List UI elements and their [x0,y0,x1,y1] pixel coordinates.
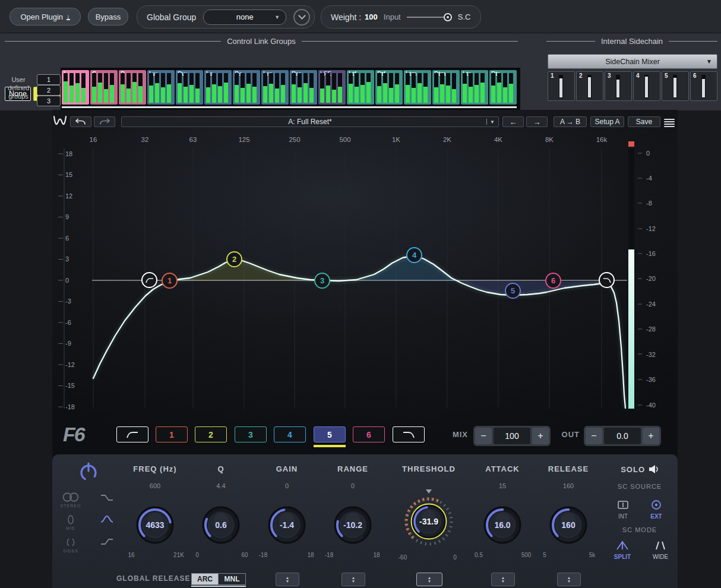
attack-value[interactable]: 16.0 [479,520,526,530]
gain-min: -18 [253,552,273,558]
sidechain-meter-3[interactable]: 3 [605,71,632,101]
weight-value[interactable]: 100 [365,12,378,21]
setup-a-button[interactable]: Setup A [590,116,624,127]
sidechain-meter-1[interactable]: 1 [548,71,575,101]
band-6-node[interactable]: 6 [545,273,561,289]
channel-Ls[interactable]: Ls [204,70,232,105]
hpf-node[interactable] [141,272,157,288]
sc-source-ext-icon-selected[interactable] [650,499,663,511]
out-plus-button[interactable]: + [643,428,659,444]
ext-label[interactable]: EXT [649,513,664,520]
group-expand-button[interactable] [293,9,310,26]
lpf-node[interactable] [599,272,615,288]
band-1-button[interactable]: 1 [156,426,188,442]
input-label: Input [384,12,401,21]
band-2-node[interactable]: 2 [226,251,242,267]
global-group-dropdown[interactable]: none ▼ [203,10,286,25]
slider-thumb[interactable] [444,13,452,21]
stereo-icon[interactable] [61,492,81,502]
gain-value[interactable]: -1.4 [263,520,311,530]
channel-Rrs[interactable]: Rrs [290,70,317,105]
channel-Lrs[interactable]: Lrs [261,70,289,105]
band-5-node[interactable]: 5 [505,283,521,299]
band-5-button-selected[interactable]: 5 [314,426,346,442]
band-2-button[interactable]: 2 [195,426,227,442]
channel-Rtr[interactable]: Rtr [489,70,517,105]
channel-Ltm[interactable]: Ltm [404,70,431,105]
release-stepper[interactable]: ▲▼ [557,573,581,586]
open-plugin-button[interactable]: Open Plugin ↓ [10,8,81,26]
channel-R[interactable]: R [119,70,146,105]
band-5-selected-underline [314,445,346,447]
out-value[interactable]: 0.0 [604,428,641,444]
user-group-2-button[interactable]: 2 [37,85,61,96]
user-group-3-button[interactable]: 3 [37,96,61,106]
mix-value[interactable]: 100 [494,428,530,444]
db-label: 6 [65,235,82,242]
sidechain-meter-2[interactable]: 2 [576,71,603,101]
band-4-node[interactable]: 4 [406,247,422,263]
bell-filter-type-icon-selected[interactable] [100,514,114,524]
undo-button[interactable] [70,116,91,127]
bypass-button[interactable]: Bypass [88,8,128,26]
attack-stepper[interactable]: ▲▼ [491,573,515,586]
power-button[interactable] [78,461,99,483]
mnl-button[interactable]: MNL [219,573,246,585]
next-preset-button[interactable]: → [526,116,548,127]
channel-C[interactable]: C [90,70,118,105]
channel-Ltr[interactable]: Ltr [461,70,488,105]
mid-icon[interactable] [64,514,78,525]
sc-mode-wide-icon[interactable] [653,539,668,551]
menu-button[interactable] [664,118,675,128]
lpf-button[interactable] [393,426,425,442]
range-value[interactable]: -10.2 [329,520,377,530]
channel-LFE[interactable]: LFE [318,70,346,105]
solo-speaker-icon[interactable] [649,464,660,474]
wide-label[interactable]: WIDE [649,554,672,560]
db-label: -9 [65,340,82,347]
split-label[interactable]: SPLIT [611,554,634,560]
band-6-button[interactable]: 6 [353,426,385,442]
channel-Rw[interactable]: Rw [176,70,203,105]
gain-stepper[interactable]: ▲▼ [276,573,299,586]
preset-bar[interactable]: A: Full Reset* ▼ [121,116,499,127]
sidechain-meter-4[interactable]: 4 [633,71,660,101]
user-group-1-button[interactable]: 1 [37,74,61,85]
band-3-node[interactable]: 3 [314,273,330,289]
sidechain-meter-6[interactable]: 6 [690,71,717,101]
redo-button[interactable] [94,116,115,127]
channel-Rs[interactable]: Rs [233,70,260,105]
shelf-filter-type-icon-2[interactable] [100,537,114,546]
ab-compare-button[interactable]: A → B [554,116,587,127]
weight-slider[interactable] [407,17,450,18]
mix-minus-button[interactable]: − [475,428,492,444]
int-label[interactable]: INT [615,513,631,520]
freq-value[interactable]: 4633 [131,520,179,530]
sc-mode-split-icon-selected[interactable] [615,539,630,551]
band-1-node[interactable]: 1 [162,273,178,289]
threshold-stepper[interactable]: ▲▼ [416,573,442,586]
save-button[interactable]: Save [628,116,660,127]
band-4-button[interactable]: 4 [274,426,306,442]
arc-button-selected[interactable]: ARC [191,573,219,585]
preset-name: A: Full Reset* [288,118,331,126]
sc-source-int-icon[interactable] [616,499,630,511]
threshold-value[interactable]: -31.9 [405,517,453,526]
q-value[interactable]: 0.6 [197,520,245,530]
channel-Rtm[interactable]: Rtm [432,70,460,105]
preset-dropdown-arrow-icon[interactable]: ▼ [490,119,495,125]
sidechain-meter-5[interactable]: 5 [662,71,689,101]
band-3-button[interactable]: 3 [235,426,267,442]
channel-Ltf[interactable]: Ltf [347,70,374,105]
release-value[interactable]: 160 [545,520,592,530]
shelf-filter-type-icon[interactable] [100,493,114,502]
channel-Rtf[interactable]: Rtf [375,70,403,105]
prev-preset-button[interactable]: ← [502,116,524,127]
channel-L[interactable]: L [62,70,89,105]
hpf-button[interactable] [116,426,148,442]
sidechain-mixer-dropdown[interactable]: SideChain Mixer ▼ [548,54,717,69]
out-minus-button[interactable]: − [586,428,602,444]
channel-Lw[interactable]: Lw [147,70,175,105]
range-stepper[interactable]: ▲▼ [341,573,365,586]
sides-icon[interactable] [62,537,79,548]
